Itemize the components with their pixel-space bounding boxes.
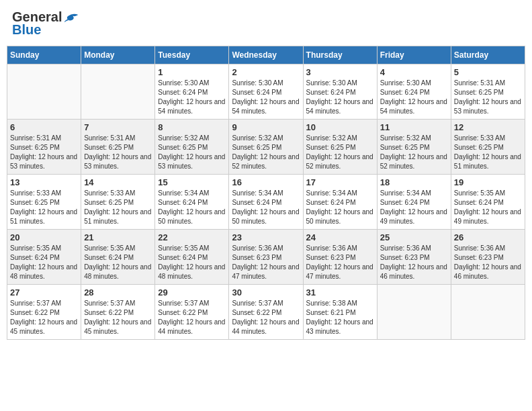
day-number: 14 bbox=[84, 177, 152, 187]
calendar-cell: 15Sunrise: 5:34 AM Sunset: 6:24 PM Dayli… bbox=[155, 175, 229, 230]
day-number: 21 bbox=[84, 232, 152, 242]
day-info: Sunrise: 5:33 AM Sunset: 6:25 PM Dayligh… bbox=[454, 134, 522, 171]
calendar-cell: 29Sunrise: 5:37 AM Sunset: 6:22 PM Dayli… bbox=[155, 285, 229, 340]
day-number: 22 bbox=[158, 232, 226, 242]
day-info: Sunrise: 5:32 AM Sunset: 6:25 PM Dayligh… bbox=[232, 134, 300, 171]
day-info: Sunrise: 5:36 AM Sunset: 6:23 PM Dayligh… bbox=[306, 244, 374, 281]
day-number: 6 bbox=[10, 122, 78, 132]
day-info: Sunrise: 5:37 AM Sunset: 6:22 PM Dayligh… bbox=[10, 299, 78, 336]
day-number: 9 bbox=[232, 122, 300, 132]
day-header-wednesday: Wednesday bbox=[229, 46, 303, 64]
day-info: Sunrise: 5:36 AM Sunset: 6:23 PM Dayligh… bbox=[232, 244, 300, 281]
calendar-week-row: 13Sunrise: 5:33 AM Sunset: 6:25 PM Dayli… bbox=[7, 175, 525, 230]
calendar-cell: 4Sunrise: 5:30 AM Sunset: 6:24 PM Daylig… bbox=[377, 64, 451, 120]
day-info: Sunrise: 5:34 AM Sunset: 6:24 PM Dayligh… bbox=[306, 189, 374, 226]
calendar-cell: 2Sunrise: 5:30 AM Sunset: 6:24 PM Daylig… bbox=[229, 64, 303, 120]
day-info: Sunrise: 5:30 AM Sunset: 6:24 PM Dayligh… bbox=[158, 79, 226, 116]
calendar-cell: 11Sunrise: 5:32 AM Sunset: 6:25 PM Dayli… bbox=[377, 120, 451, 175]
calendar-cell: 8Sunrise: 5:32 AM Sunset: 6:25 PM Daylig… bbox=[155, 120, 229, 175]
calendar-cell: 23Sunrise: 5:36 AM Sunset: 6:23 PM Dayli… bbox=[229, 230, 303, 285]
day-header-friday: Friday bbox=[377, 46, 451, 64]
calendar-cell: 19Sunrise: 5:35 AM Sunset: 6:24 PM Dayli… bbox=[451, 175, 525, 230]
day-info: Sunrise: 5:32 AM Sunset: 6:25 PM Dayligh… bbox=[306, 134, 374, 171]
page-header: General Blue bbox=[7, 7, 525, 40]
day-number: 17 bbox=[306, 177, 374, 187]
day-info: Sunrise: 5:35 AM Sunset: 6:24 PM Dayligh… bbox=[454, 189, 522, 226]
day-info: Sunrise: 5:31 AM Sunset: 6:25 PM Dayligh… bbox=[84, 134, 152, 171]
calendar-week-row: 27Sunrise: 5:37 AM Sunset: 6:22 PM Dayli… bbox=[7, 285, 525, 340]
calendar-cell bbox=[377, 285, 451, 340]
day-number: 15 bbox=[158, 177, 226, 187]
day-info: Sunrise: 5:35 AM Sunset: 6:24 PM Dayligh… bbox=[10, 244, 78, 281]
calendar-cell: 10Sunrise: 5:32 AM Sunset: 6:25 PM Dayli… bbox=[303, 120, 377, 175]
day-number: 7 bbox=[84, 122, 152, 132]
day-number: 26 bbox=[454, 232, 522, 242]
day-info: Sunrise: 5:30 AM Sunset: 6:24 PM Dayligh… bbox=[306, 79, 374, 116]
calendar-cell: 27Sunrise: 5:37 AM Sunset: 6:22 PM Dayli… bbox=[7, 285, 81, 340]
day-info: Sunrise: 5:31 AM Sunset: 6:25 PM Dayligh… bbox=[10, 134, 78, 171]
day-number: 10 bbox=[306, 122, 374, 132]
day-number: 2 bbox=[232, 67, 300, 77]
day-info: Sunrise: 5:36 AM Sunset: 6:23 PM Dayligh… bbox=[454, 244, 522, 281]
day-info: Sunrise: 5:38 AM Sunset: 6:21 PM Dayligh… bbox=[306, 299, 374, 336]
day-number: 1 bbox=[158, 67, 226, 77]
calendar-cell bbox=[81, 64, 155, 120]
day-info: Sunrise: 5:32 AM Sunset: 6:25 PM Dayligh… bbox=[380, 134, 448, 171]
calendar-cell bbox=[451, 285, 525, 340]
day-info: Sunrise: 5:37 AM Sunset: 6:22 PM Dayligh… bbox=[158, 299, 226, 336]
day-number: 5 bbox=[454, 67, 522, 77]
calendar-cell: 17Sunrise: 5:34 AM Sunset: 6:24 PM Dayli… bbox=[303, 175, 377, 230]
logo-bird-icon bbox=[63, 11, 79, 24]
calendar-cell: 26Sunrise: 5:36 AM Sunset: 6:23 PM Dayli… bbox=[451, 230, 525, 285]
day-number: 4 bbox=[380, 67, 448, 77]
calendar-cell: 9Sunrise: 5:32 AM Sunset: 6:25 PM Daylig… bbox=[229, 120, 303, 175]
logo: General Blue bbox=[12, 9, 79, 38]
day-header-saturday: Saturday bbox=[451, 46, 525, 64]
day-info: Sunrise: 5:31 AM Sunset: 6:25 PM Dayligh… bbox=[454, 79, 522, 116]
calendar-cell: 21Sunrise: 5:35 AM Sunset: 6:24 PM Dayli… bbox=[81, 230, 155, 285]
day-number: 24 bbox=[306, 232, 374, 242]
day-header-tuesday: Tuesday bbox=[155, 46, 229, 64]
day-info: Sunrise: 5:30 AM Sunset: 6:24 PM Dayligh… bbox=[380, 79, 448, 116]
calendar-cell: 30Sunrise: 5:37 AM Sunset: 6:22 PM Dayli… bbox=[229, 285, 303, 340]
calendar-cell: 22Sunrise: 5:35 AM Sunset: 6:24 PM Dayli… bbox=[155, 230, 229, 285]
day-number: 3 bbox=[306, 67, 374, 77]
day-info: Sunrise: 5:30 AM Sunset: 6:24 PM Dayligh… bbox=[232, 79, 300, 116]
calendar-cell: 12Sunrise: 5:33 AM Sunset: 6:25 PM Dayli… bbox=[451, 120, 525, 175]
day-number: 16 bbox=[232, 177, 300, 187]
day-number: 8 bbox=[158, 122, 226, 132]
calendar-table: SundayMondayTuesdayWednesdayThursdayFrid… bbox=[7, 46, 525, 340]
day-number: 31 bbox=[306, 287, 374, 298]
day-number: 11 bbox=[380, 122, 448, 132]
calendar-header-row: SundayMondayTuesdayWednesdayThursdayFrid… bbox=[7, 46, 525, 64]
day-number: 29 bbox=[158, 287, 226, 298]
day-info: Sunrise: 5:35 AM Sunset: 6:24 PM Dayligh… bbox=[84, 244, 152, 281]
calendar-cell: 6Sunrise: 5:31 AM Sunset: 6:25 PM Daylig… bbox=[7, 120, 81, 175]
day-info: Sunrise: 5:34 AM Sunset: 6:24 PM Dayligh… bbox=[158, 189, 226, 226]
calendar-week-row: 6Sunrise: 5:31 AM Sunset: 6:25 PM Daylig… bbox=[7, 120, 525, 175]
calendar-cell: 5Sunrise: 5:31 AM Sunset: 6:25 PM Daylig… bbox=[451, 64, 525, 120]
logo-blue-text: Blue bbox=[12, 22, 41, 38]
day-number: 27 bbox=[10, 287, 78, 298]
day-info: Sunrise: 5:34 AM Sunset: 6:24 PM Dayligh… bbox=[380, 189, 448, 226]
day-number: 23 bbox=[232, 232, 300, 242]
day-number: 25 bbox=[380, 232, 448, 242]
calendar-cell: 25Sunrise: 5:36 AM Sunset: 6:23 PM Dayli… bbox=[377, 230, 451, 285]
calendar-cell: 13Sunrise: 5:33 AM Sunset: 6:25 PM Dayli… bbox=[7, 175, 81, 230]
day-number: 13 bbox=[10, 177, 78, 187]
calendar-cell: 14Sunrise: 5:33 AM Sunset: 6:25 PM Dayli… bbox=[81, 175, 155, 230]
calendar-cell: 28Sunrise: 5:37 AM Sunset: 6:22 PM Dayli… bbox=[81, 285, 155, 340]
day-number: 19 bbox=[454, 177, 522, 187]
day-info: Sunrise: 5:33 AM Sunset: 6:25 PM Dayligh… bbox=[10, 189, 78, 226]
calendar-cell: 20Sunrise: 5:35 AM Sunset: 6:24 PM Dayli… bbox=[7, 230, 81, 285]
day-header-sunday: Sunday bbox=[7, 46, 81, 64]
calendar-cell: 7Sunrise: 5:31 AM Sunset: 6:25 PM Daylig… bbox=[81, 120, 155, 175]
day-number: 20 bbox=[10, 232, 78, 242]
calendar-cell: 16Sunrise: 5:34 AM Sunset: 6:24 PM Dayli… bbox=[229, 175, 303, 230]
day-info: Sunrise: 5:32 AM Sunset: 6:25 PM Dayligh… bbox=[158, 134, 226, 171]
calendar-week-row: 1Sunrise: 5:30 AM Sunset: 6:24 PM Daylig… bbox=[7, 64, 525, 120]
day-number: 12 bbox=[454, 122, 522, 132]
calendar-cell: 18Sunrise: 5:34 AM Sunset: 6:24 PM Dayli… bbox=[377, 175, 451, 230]
calendar-cell: 24Sunrise: 5:36 AM Sunset: 6:23 PM Dayli… bbox=[303, 230, 377, 285]
day-info: Sunrise: 5:36 AM Sunset: 6:23 PM Dayligh… bbox=[380, 244, 448, 281]
